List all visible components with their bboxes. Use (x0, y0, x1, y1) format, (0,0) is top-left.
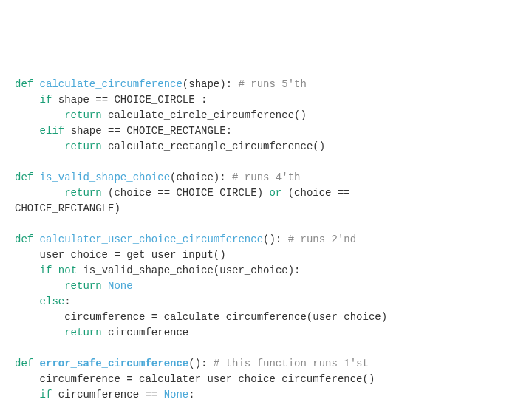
code-keyword: if (40, 265, 58, 276)
code-keyword: not (58, 265, 83, 276)
code-line: return calculate_circle_circumference() (15, 108, 532, 123)
code-line: def is_valid_shape_choice(choice): # run… (15, 170, 532, 185)
code-line: return circumference (15, 325, 532, 341)
code-line: if circumference == None: (15, 387, 532, 399)
code-text: calculate_rectangle_circumference() (108, 140, 325, 152)
code-line: def error_safe_circumference(): # this f… (15, 356, 532, 372)
code-line: return None (15, 279, 532, 294)
code-line: return calculate_rectangle_circumference… (15, 139, 532, 154)
code-text: CHOICE_RECTANGLE) (15, 202, 120, 214)
code-text: circumference = calculater_user_choice_c… (40, 373, 375, 385)
code-text: user_choice = get_user_input() (40, 249, 226, 261)
code-block: def calculate_circumference(shape): # ru… (15, 77, 532, 399)
code-text: : (64, 296, 70, 307)
code-keyword: else (40, 296, 65, 307)
code-keyword: if (40, 94, 58, 106)
code-ident: is_valid_shape_choice (40, 171, 170, 183)
code-comment: # this function runs 1'st (214, 358, 369, 369)
code-text: (shape): (183, 78, 239, 90)
code-line: def calculater_user_choice_circumference… (15, 232, 532, 248)
code-comment: # runs 2'nd (288, 233, 356, 245)
code-line: if not is_valid_shape_choice(user_choice… (15, 263, 532, 279)
code-ident: calculate_circumference (40, 78, 183, 90)
code-text (15, 156, 21, 168)
code-keyword: return (64, 109, 108, 121)
code-text: (choice): (170, 171, 232, 183)
code-text: : (188, 389, 194, 399)
code-keyword: or (269, 187, 282, 199)
code-line (15, 341, 532, 356)
code-keyword: return (64, 140, 108, 152)
code-keyword: def (15, 78, 40, 90)
code-line: circumference = calculate_circumference(… (15, 310, 532, 325)
code-keyword: elif (40, 125, 71, 137)
code-text: is_valid_shape_choice(user_choice): (83, 265, 300, 276)
code-text: circumference (108, 327, 188, 338)
code-text: (): (188, 358, 214, 369)
code-comment: # runs 5'th (238, 78, 306, 90)
code-keyword: return (64, 280, 108, 292)
code-line (15, 154, 532, 170)
code-line: def calculate_circumference(shape): # ru… (15, 77, 532, 92)
code-line: elif shape == CHOICE_RECTANGLE: (15, 123, 532, 139)
code-line: circumference = calculater_user_choice_c… (15, 372, 532, 387)
code-text: (choice == CHOICE_CIRCLE) (108, 187, 269, 199)
code-ident: None (164, 389, 189, 399)
code-text: shape == CHOICE_CIRCLE : (58, 94, 208, 106)
code-line: CHOICE_RECTANGLE) (15, 201, 532, 216)
code-ident: error_safe_circumference (40, 358, 189, 369)
code-text: (choice == (282, 187, 349, 199)
code-keyword: if (40, 389, 58, 399)
code-text: (): (263, 233, 288, 245)
code-text: circumference == (58, 389, 164, 399)
code-line (15, 216, 532, 232)
code-text (15, 218, 21, 230)
code-line: return (choice == CHOICE_CIRCLE) or (cho… (15, 185, 532, 201)
code-text (15, 342, 21, 354)
code-comment: # runs 4'th (232, 171, 300, 183)
code-text: calculate_circle_circumference() (108, 109, 307, 121)
code-keyword: def (15, 171, 40, 183)
code-ident: None (108, 280, 133, 292)
code-line: user_choice = get_user_input() (15, 248, 532, 263)
code-keyword: return (64, 187, 108, 199)
code-keyword: return (64, 327, 108, 338)
code-keyword: def (15, 358, 40, 369)
code-keyword: def (15, 233, 40, 245)
code-ident: calculater_user_choice_circumference (40, 233, 263, 245)
code-line: else: (15, 294, 532, 310)
code-text: shape == CHOICE_RECTANGLE: (71, 125, 232, 137)
code-line: if shape == CHOICE_CIRCLE : (15, 92, 532, 108)
code-text: circumference = calculate_circumference(… (64, 311, 387, 323)
